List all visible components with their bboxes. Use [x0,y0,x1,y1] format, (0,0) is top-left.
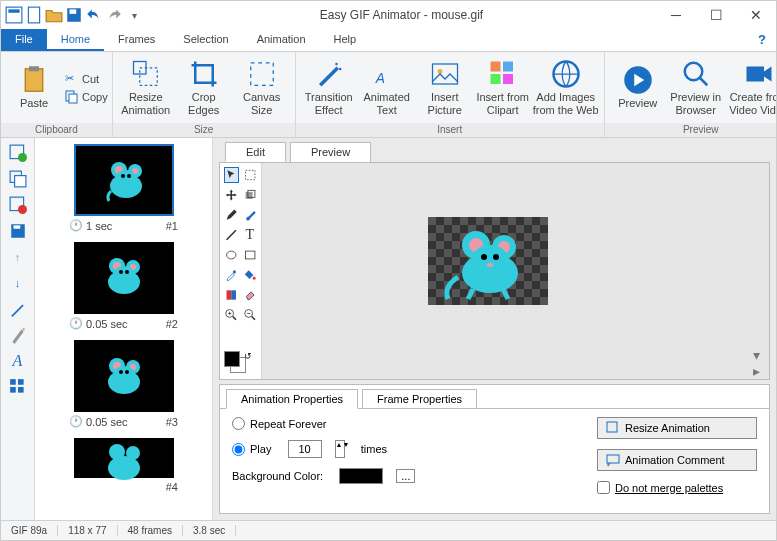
help-tab[interactable]: Help [320,29,371,51]
text-tool-icon[interactable]: A [9,352,27,370]
zoom-out-tool[interactable] [243,307,258,323]
copy-button[interactable]: Copy [65,90,108,104]
frame-index: #2 [166,318,178,330]
effects-icon[interactable] [9,326,27,344]
animation-tab[interactable]: Animation [243,29,320,51]
preview-button[interactable]: Preview [609,55,667,120]
preview-tab[interactable]: Preview [290,142,371,162]
svg-rect-18 [503,62,513,72]
eraser-tool[interactable] [243,287,258,303]
repeat-forever-radio[interactable]: Repeat Forever [232,417,567,430]
save-frame-icon[interactable] [9,222,27,240]
paste-button[interactable]: Paste [5,55,63,120]
rect-tool[interactable] [243,247,258,263]
layer-tool[interactable] [243,187,258,203]
merge-palettes-check[interactable]: Do not merge palettes [597,481,757,494]
move-down-icon[interactable]: ↓ [9,274,27,292]
frame-item[interactable]: 🕐 0.05 sec#3 [39,340,208,428]
frame-item[interactable]: #4 [39,438,208,493]
svg-rect-9 [139,68,157,86]
frame-item[interactable]: 🕐 0.05 sec#2 [39,242,208,330]
frames-panel: 🕐 1 sec#1 🕐 0.05 sec#2 🕐 0.05 sec#3 #4 [35,138,213,520]
close-button[interactable]: ✕ [736,1,776,29]
save-icon[interactable] [65,6,83,24]
new-icon[interactable] [25,6,43,24]
home-tab[interactable]: Home [47,29,104,51]
marquee-tool[interactable] [243,167,258,183]
play-count-field[interactable]: 10 [288,440,322,458]
frames-tab[interactable]: Frames [104,29,169,51]
add-from-web-button[interactable]: Add Images from the Web [532,55,600,120]
cut-button[interactable]: ✂Cut [65,72,108,86]
move-tool[interactable] [224,187,239,203]
canvas-size-button[interactable]: Canvas Size [233,55,291,120]
bgcolor-swatch[interactable] [339,468,383,484]
line-tool[interactable] [224,227,239,243]
delete-frame-icon[interactable] [9,196,27,214]
replace-color-tool[interactable] [224,287,239,303]
add-frame-icon[interactable] [9,144,27,162]
undo-icon[interactable] [85,6,103,24]
svg-rect-11 [250,63,273,86]
svg-rect-35 [18,379,24,385]
pointer-tool[interactable] [224,167,239,183]
svg-point-52 [119,270,123,274]
paste-icon [19,65,49,95]
comment-icon [606,453,620,467]
play-times-radio[interactable]: Play 10 ▲▼ times [232,440,567,458]
frame-props-tab[interactable]: Frame Properties [362,389,477,408]
anim-comment-button[interactable]: Animation Comment [597,449,757,471]
file-tab[interactable]: File [1,29,47,51]
search-icon [681,59,711,89]
move-up-icon[interactable]: ↑ [9,248,27,266]
brush-tool[interactable] [243,207,258,223]
frame-item[interactable]: 🕐 1 sec#1 [39,144,208,232]
ribbon-group-clipboard: Paste ✂Cut Copy Clipboard [1,52,113,137]
minimize-button[interactable]: ─ [656,1,696,29]
open-icon[interactable] [45,6,63,24]
bgcolor-browse-button[interactable]: ... [396,469,415,483]
svg-point-87 [472,245,508,273]
duplicate-frame-icon[interactable] [9,170,27,188]
swap-colors-icon[interactable]: ↺ [244,351,252,361]
stepper-icon[interactable]: ▲▼ [335,440,345,458]
draw-toolbar: T ↺ [220,163,262,379]
insert-clipart-button[interactable]: Insert from Clipart [474,55,532,120]
redo-icon[interactable] [105,6,123,24]
frame-thumb [74,340,174,412]
preview-browser-button[interactable]: Preview in Browser [667,55,725,120]
create-video-button[interactable]: Create from Video Video [725,55,777,120]
crop-edges-button[interactable]: Crop Edges [175,55,233,120]
transition-button[interactable]: Transition Effect [300,55,358,120]
edit-tab[interactable]: Edit [225,142,286,162]
svg-point-63 [109,444,125,460]
ribbon-group-insert: Transition Effect AAnimated Text Insert … [296,52,605,137]
canvas[interactable]: ▸ ▾ [262,163,769,379]
qat-dropdown-icon[interactable]: ▾ [125,6,143,24]
fill-tool[interactable] [243,267,258,283]
bgcolor-row: Background Color: ... [232,468,567,484]
ellipse-tool[interactable] [224,247,239,263]
insert-picture-button[interactable]: Insert Picture [416,55,474,120]
animated-text-button[interactable]: AAnimated Text [358,55,416,120]
menu-bar: File Home Frames Selection Animation Hel… [1,29,776,52]
svg-rect-73 [227,290,232,299]
zoom-in-tool[interactable] [224,307,239,323]
scroll-right-icon[interactable]: ▸ [753,363,767,377]
fg-color[interactable] [224,351,240,367]
texttool-tool[interactable]: T [243,227,258,243]
svg-rect-17 [490,62,500,72]
grid-icon[interactable] [9,378,27,396]
pencil-tool[interactable] [224,207,239,223]
wand-tool-icon[interactable] [9,300,27,318]
resize-animation-button[interactable]: Resize Animation [117,55,175,120]
help-icon[interactable]: ? [748,29,776,51]
resize-anim-button[interactable]: Resize Animation [597,417,757,439]
svg-rect-65 [245,170,254,179]
maximize-button[interactable]: ☐ [696,1,736,29]
svg-point-61 [125,370,129,374]
selection-tab[interactable]: Selection [169,29,242,51]
eyedropper-tool[interactable] [224,267,239,283]
anim-props-tab[interactable]: Animation Properties [226,389,358,409]
scroll-down-icon[interactable]: ▾ [753,347,767,361]
